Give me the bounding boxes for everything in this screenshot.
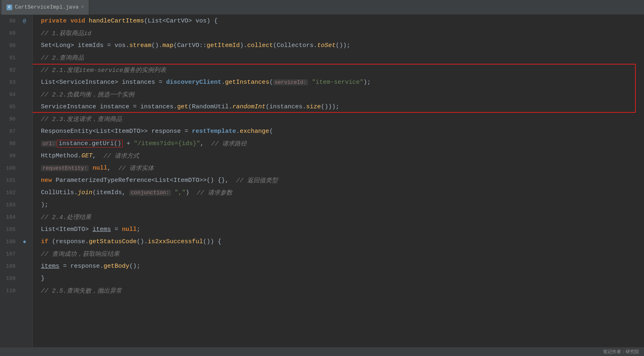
gutter-icons: ◆ <box>19 238 30 245</box>
static-method-token: GET <box>81 152 92 159</box>
code-line: ServiceInstance instance = instances.get… <box>41 101 644 113</box>
normal-token: ); <box>41 202 48 208</box>
code-line: // 2.4.处理结果 <box>41 211 644 223</box>
string-token: "item-service" <box>308 79 363 86</box>
method-token: getItemId <box>207 42 240 49</box>
code-line: HttpMethod.GET, // 请求方式 <box>41 150 644 162</box>
code-line: ); <box>41 199 644 211</box>
line-number: 105 <box>0 226 19 233</box>
param-hint-token: url: <box>41 141 57 147</box>
normal-token: (itemIds, <box>92 189 129 196</box>
line-number: 101 <box>0 177 19 184</box>
comment-token: // 2.3.发送请求，查询商品 <box>41 115 122 123</box>
gutter-row: 99 <box>0 150 32 162</box>
gutter-row: 109 <box>0 272 32 284</box>
bookmark-icon: ◆ <box>23 238 26 245</box>
red-outline-token: instance.getUri() <box>57 140 123 148</box>
underline-token: items <box>41 263 59 270</box>
close-tab-button[interactable]: × <box>81 4 84 10</box>
code-area: 88@8990919293949596979899100101102103104… <box>0 15 644 347</box>
discovery-token: discoveryClient <box>166 79 221 86</box>
normal-token: . <box>221 79 225 86</box>
at-icon: @ <box>23 18 26 24</box>
line-number: 102 <box>0 190 19 196</box>
method-token: handleCartItems <box>89 18 144 25</box>
line-number: 92 <box>0 67 19 73</box>
code-line: private void handleCartItems(List<CartVO… <box>41 15 644 27</box>
method-token: size <box>306 103 321 110</box>
comment-token: // 2.5.查询失败，抛出异常 <box>41 287 122 295</box>
gutter-row: 110 <box>0 284 32 297</box>
line-number: 91 <box>0 55 19 61</box>
gutter-row: 92 <box>0 64 32 76</box>
code-line: // 1.获取商品id <box>41 27 644 39</box>
code-line: } <box>41 272 644 284</box>
normal-token: ( <box>269 79 273 86</box>
param-hint-token: serviceId: <box>273 79 308 85</box>
tab-filename: CartServiceImpl.java <box>15 4 79 10</box>
code-line: url:instance.getUri() + "/items?ids={ids… <box>41 137 644 150</box>
comment-token: // 请求方式 <box>104 152 139 160</box>
code-line: // 2.2.负载均衡，挑选一个实例 <box>41 88 644 101</box>
line-number: 104 <box>0 214 19 220</box>
gutter-row: 100 <box>0 162 32 174</box>
gutter-row: 94 <box>0 88 32 101</box>
method-token: getBody <box>104 263 129 270</box>
line-number: 94 <box>0 92 19 98</box>
method-token: map <box>162 42 173 49</box>
normal-token: ResponseEntity<List<ItemDTO>> response = <box>41 128 192 135</box>
normal-token: (response. <box>52 238 89 245</box>
tab-bar: C CartServiceImpl.java × <box>0 0 644 15</box>
gutter-row: 91 <box>0 51 32 64</box>
normal-token: = response. <box>59 263 104 270</box>
comment-token: // 2.4.处理结果 <box>41 213 91 221</box>
editor-container: C CartServiceImpl.java × 88@899091929394… <box>0 0 644 356</box>
code-line: if (response.getStatusCode().is2xxSucces… <box>41 235 644 248</box>
normal-token: ())); <box>321 103 339 110</box>
normal-token: ) <box>186 189 197 196</box>
normal-token: ( <box>269 128 273 135</box>
gutter-row: 97 <box>0 125 32 137</box>
line-number: 89 <box>0 30 19 36</box>
normal-token: (List<CartVO> vos) { <box>144 18 218 25</box>
code-line: CollUtils.join(itemIds, conjunction: ","… <box>41 186 644 199</box>
normal-token: , <box>200 140 211 147</box>
static-method-token: toSet <box>317 42 336 49</box>
file-tab[interactable]: C CartServiceImpl.java × <box>2 0 89 15</box>
comment-token: // 请求实体 <box>118 164 154 172</box>
normal-token: (CartVO:: <box>173 42 207 49</box>
keyword-token: private void <box>41 18 89 25</box>
code-line: requestEntity: null, // 请求实体 <box>41 162 644 174</box>
line-number: 98 <box>0 141 19 147</box>
normal-token: (instances. <box>266 103 306 110</box>
code-line: items = response.getBody(); <box>41 260 644 272</box>
normal-token: (). <box>137 238 148 245</box>
status-text: 笔记作者：研究院 <box>603 349 639 355</box>
line-number: 106 <box>0 239 19 245</box>
param-hint-token: conjunction: <box>129 190 171 196</box>
comment-token: // 请求路径 <box>211 140 247 148</box>
gutter-row: 96 <box>0 113 32 125</box>
code-line: // 2.1.发现item-service服务的实例列表 <box>41 64 644 76</box>
gutter-row: 101 <box>0 174 32 186</box>
gutter-row: 106◆ <box>0 235 32 248</box>
static-method-token: join <box>78 189 92 196</box>
string-token: "/items?ids={ids}" <box>134 140 200 147</box>
method-token: get <box>177 103 188 110</box>
code-content[interactable]: private void handleCartItems(List<CartVO… <box>33 15 644 347</box>
line-gutter: 88@8990919293949596979899100101102103104… <box>0 15 33 347</box>
line-number: 103 <box>0 202 19 208</box>
gutter-row: 104 <box>0 211 32 223</box>
line-number: 108 <box>0 263 19 269</box>
gutter-icons: @ <box>19 18 30 24</box>
status-bar: 笔记作者：研究院 <box>0 347 644 356</box>
line-number: 88 <box>0 18 19 24</box>
gutter-row: 108 <box>0 260 32 272</box>
normal-token: = <box>111 226 122 233</box>
keyword-token: null <box>122 226 137 233</box>
gutter-row: 89 <box>0 27 32 39</box>
code-line: new ParameterizedTypeReference<List<Item… <box>41 174 644 186</box>
method-token: exchange <box>240 128 269 135</box>
line-number: 96 <box>0 116 19 122</box>
gutter-row: 98 <box>0 137 32 150</box>
